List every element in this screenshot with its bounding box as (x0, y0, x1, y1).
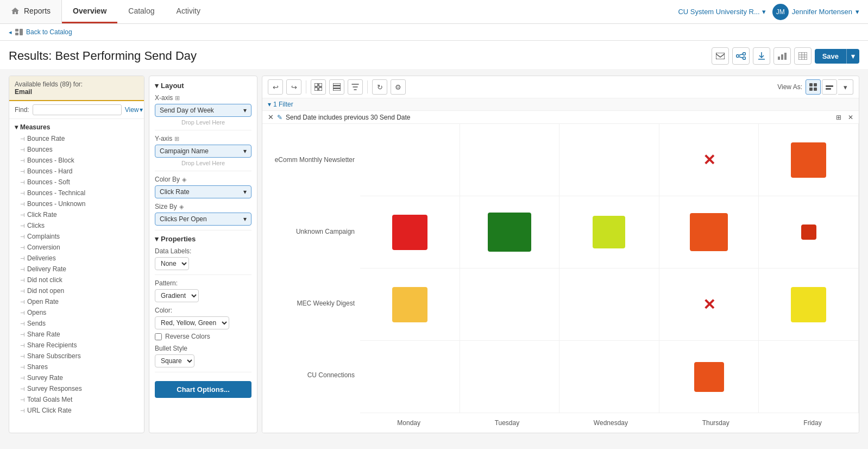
pattern-select[interactable]: Gradient (155, 289, 199, 302)
tab-overview[interactable]: Overview (62, 0, 117, 23)
reverse-colors-checkbox[interactable] (155, 333, 162, 340)
x-axis-label: Tuesday (495, 419, 520, 427)
table-action-button[interactable] (794, 47, 812, 65)
measure-item[interactable]: ⊣URL Click Rate (9, 405, 144, 416)
y-axis-select[interactable]: Campaign Name ▾ (155, 145, 251, 158)
measure-item[interactable]: ⊣Bounces - Technical (9, 188, 144, 198)
measure-item[interactable]: ⊣Survey Responses (9, 383, 144, 394)
measure-item[interactable]: ⊣Did not click (9, 275, 144, 285)
view-as-grid-button[interactable] (806, 79, 821, 95)
filter-remove-button[interactable]: ✕ (268, 113, 274, 121)
user-selector[interactable]: JM Jennifer Mortensen ▾ (772, 4, 859, 20)
measure-item[interactable]: ⊣Bounces (9, 144, 144, 155)
find-input[interactable] (33, 104, 122, 115)
measure-item[interactable]: ⊣Bounce Rate (9, 133, 144, 144)
measure-icon: ⊣ (20, 353, 25, 359)
view-button[interactable]: View ▾ (125, 106, 143, 114)
org-selector[interactable]: CU System University R... ▾ (678, 8, 765, 16)
reverse-colors-row: Reverse Colors (155, 333, 251, 340)
measure-item[interactable]: ⊣Deliveries (9, 253, 144, 264)
measure-icon: ⊣ (20, 408, 25, 414)
filter-toggle[interactable]: ▾ 1 Filter (268, 101, 293, 108)
data-bubble[interactable] (488, 213, 531, 252)
measure-item[interactable]: ⊣Delivery Rate (9, 264, 144, 275)
measure-item[interactable]: ⊣Sends (9, 318, 144, 329)
filter-close-button[interactable]: ✕ (848, 114, 853, 121)
measure-item[interactable]: ⊣Share Rate (9, 329, 144, 340)
measure-item[interactable]: ⊣Total Goals Met (9, 394, 144, 405)
chart-action-button[interactable] (773, 47, 791, 65)
data-labels-select[interactable]: None (155, 257, 189, 270)
view-as-bar-button[interactable] (822, 79, 837, 95)
save-button[interactable]: Save ▾ (815, 49, 859, 64)
layout-section-header[interactable]: ▾ Layout (155, 82, 251, 90)
measure-item[interactable]: ⊣Bounces - Hard (9, 166, 144, 177)
filter-icon (351, 83, 359, 91)
properties-section-header[interactable]: ▾ Properties (155, 235, 251, 243)
data-bubble[interactable] (392, 287, 427, 322)
data-bubble[interactable] (791, 287, 826, 322)
grid-view-button[interactable] (311, 79, 326, 95)
tab-catalog[interactable]: Catalog (117, 0, 165, 23)
svg-rect-22 (333, 86, 341, 88)
download-action-button[interactable] (753, 47, 770, 65)
measure-item[interactable]: ⊣Open Rate (9, 296, 144, 307)
measure-item[interactable]: ⊣Complaints (9, 231, 144, 242)
data-bubble[interactable] (593, 216, 625, 248)
tab-activity[interactable]: Activity (166, 0, 211, 23)
svg-rect-27 (814, 88, 817, 91)
measure-item[interactable]: ⊣Did not open (9, 285, 144, 296)
measure-item[interactable]: ⊣Survey Rate (9, 372, 144, 383)
measure-item[interactable]: ⊣Bounces - Block (9, 155, 144, 166)
data-bubble[interactable] (801, 224, 816, 240)
filter-expand-button[interactable]: ⊞ (836, 114, 841, 121)
svg-point-6 (743, 57, 745, 60)
color-by-icon: ◈ (182, 176, 186, 183)
data-bubble[interactable] (694, 362, 724, 392)
svg-rect-17 (315, 83, 318, 86)
svg-rect-24 (809, 83, 813, 86)
redo-button[interactable]: ↪ (286, 79, 301, 95)
save-dropdown-icon[interactable]: ▾ (846, 49, 859, 64)
measure-item[interactable]: ⊣Clicks (9, 220, 144, 231)
back-icon: ◂ (9, 29, 12, 36)
grid-cell (559, 196, 659, 269)
filter-button[interactable] (348, 79, 363, 95)
y-axis-label: CU Connections (307, 371, 355, 379)
email-action-button[interactable] (712, 47, 729, 65)
chart-options-button[interactable]: Chart Options... (155, 381, 251, 398)
x-axis-select[interactable]: Send Day of Week ▾ (155, 104, 251, 117)
measure-item[interactable]: ⊣Shares (9, 361, 144, 372)
settings-button[interactable]: ⚙ (391, 79, 406, 95)
color-by-select[interactable]: Click Rate ▾ (155, 185, 251, 198)
measure-item[interactable]: ⊣Conversion (9, 242, 144, 253)
view-as-chevron-button[interactable]: ▾ (838, 79, 853, 95)
y-axis-label: Unknown Campaign (296, 228, 355, 235)
measure-item[interactable]: ⊣Bounces - Unknown (9, 198, 144, 209)
back-to-catalog-link[interactable]: Back to Catalog (26, 28, 72, 36)
measure-item[interactable]: ⊣Share Recipients (9, 340, 144, 351)
share-action-button[interactable] (732, 47, 750, 65)
data-bubble[interactable] (791, 142, 826, 178)
undo-button[interactable]: ↩ (268, 79, 283, 95)
measure-item[interactable]: ⊣Click Rate (9, 209, 144, 220)
data-bubble[interactable] (690, 213, 728, 251)
color-select[interactable]: Red, Yellow, Green (155, 316, 229, 329)
no-data-marker: ✕ (703, 151, 715, 169)
view-as-label: View As: (777, 83, 802, 91)
measures-header[interactable]: ▾ Measures (9, 121, 144, 133)
measure-item[interactable]: ⊣Share Subscribers (9, 351, 144, 361)
measure-item[interactable]: ⊣Opens (9, 307, 144, 318)
refresh-button[interactable]: ↻ (372, 79, 387, 95)
nav-reports[interactable]: Reports (0, 0, 62, 23)
filter-text: Send Date includes previous 30 Send Date (286, 114, 410, 121)
x-axis-drop-target: Drop Level Here (155, 117, 251, 130)
bullet-style-select[interactable]: Square (155, 354, 194, 367)
color-by-label: Color By ◈ (155, 176, 251, 183)
size-by-select[interactable]: Clicks Per Open ▾ (155, 213, 251, 226)
grid-cell (360, 196, 460, 269)
measure-item[interactable]: ⊣Bounces - Soft (9, 177, 144, 188)
list-view-button[interactable] (329, 79, 344, 95)
filter-edit-button[interactable]: ✎ (277, 114, 282, 121)
data-bubble[interactable] (392, 215, 427, 250)
